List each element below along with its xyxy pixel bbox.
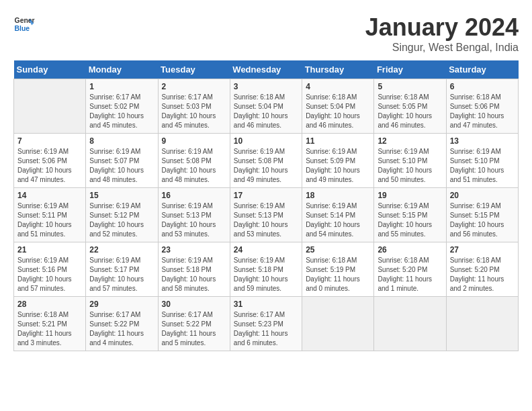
- header-cell-wednesday: Wednesday: [230, 60, 302, 79]
- calendar-cell: 14Sunrise: 6:19 AM Sunset: 5:11 PM Dayli…: [14, 188, 86, 242]
- calendar-cell: 16Sunrise: 6:19 AM Sunset: 5:13 PM Dayli…: [158, 188, 230, 242]
- calendar-cell: 30Sunrise: 6:17 AM Sunset: 5:22 PM Dayli…: [158, 297, 230, 351]
- day-number: 25: [306, 245, 370, 255]
- day-info: Sunrise: 6:19 AM Sunset: 5:12 PM Dayligh…: [89, 201, 154, 239]
- day-info: Sunrise: 6:19 AM Sunset: 5:17 PM Dayligh…: [89, 256, 154, 293]
- day-info: Sunrise: 6:19 AM Sunset: 5:06 PM Dayligh…: [17, 147, 82, 185]
- calendar-cell: 13Sunrise: 6:19 AM Sunset: 5:10 PM Dayli…: [446, 134, 518, 188]
- calendar-cell: 4Sunrise: 6:18 AM Sunset: 5:04 PM Daylig…: [302, 79, 374, 134]
- calendar-cell: 11Sunrise: 6:19 AM Sunset: 5:09 PM Dayli…: [302, 134, 374, 188]
- logo-icon: General Blue: [13, 13, 35, 35]
- day-info: Sunrise: 6:19 AM Sunset: 5:08 PM Dayligh…: [234, 147, 298, 185]
- day-info: Sunrise: 6:19 AM Sunset: 5:13 PM Dayligh…: [162, 201, 226, 239]
- day-number: 1: [89, 82, 154, 91]
- day-number: 28: [17, 300, 82, 309]
- day-number: 5: [378, 82, 442, 91]
- header-cell-thursday: Thursday: [302, 60, 374, 79]
- day-number: 7: [17, 136, 82, 146]
- day-info: Sunrise: 6:18 AM Sunset: 5:21 PM Dayligh…: [17, 310, 82, 348]
- day-info: Sunrise: 6:18 AM Sunset: 5:19 PM Dayligh…: [306, 256, 370, 293]
- week-row-5: 28Sunrise: 6:18 AM Sunset: 5:21 PM Dayli…: [14, 297, 519, 351]
- week-row-4: 21Sunrise: 6:19 AM Sunset: 5:16 PM Dayli…: [14, 242, 519, 297]
- day-info: Sunrise: 6:19 AM Sunset: 5:14 PM Dayligh…: [306, 201, 370, 239]
- calendar-cell: 2Sunrise: 6:17 AM Sunset: 5:03 PM Daylig…: [158, 79, 230, 134]
- day-number: 16: [162, 191, 226, 200]
- title-area: January 2024 Singur, West Bengal, India: [365, 13, 519, 54]
- day-number: 20: [450, 191, 515, 200]
- day-info: Sunrise: 6:19 AM Sunset: 5:11 PM Dayligh…: [17, 201, 82, 239]
- day-number: 26: [378, 245, 442, 255]
- calendar-cell: 27Sunrise: 6:18 AM Sunset: 5:20 PM Dayli…: [446, 242, 518, 297]
- calendar-table: SundayMondayTuesdayWednesdayThursdayFrid…: [13, 60, 519, 351]
- week-row-1: 1Sunrise: 6:17 AM Sunset: 5:02 PM Daylig…: [14, 79, 519, 134]
- day-info: Sunrise: 6:19 AM Sunset: 5:10 PM Dayligh…: [378, 147, 442, 185]
- day-number: 14: [17, 191, 82, 200]
- day-number: 22: [89, 245, 154, 255]
- day-info: Sunrise: 6:19 AM Sunset: 5:13 PM Dayligh…: [234, 201, 298, 239]
- day-number: 23: [162, 245, 226, 255]
- calendar-cell: 5Sunrise: 6:18 AM Sunset: 5:05 PM Daylig…: [374, 79, 446, 134]
- calendar-cell: 22Sunrise: 6:19 AM Sunset: 5:17 PM Dayli…: [86, 242, 158, 297]
- day-info: Sunrise: 6:19 AM Sunset: 5:07 PM Dayligh…: [89, 147, 154, 185]
- day-info: Sunrise: 6:19 AM Sunset: 5:15 PM Dayligh…: [450, 201, 515, 239]
- page-subtitle: Singur, West Bengal, India: [365, 42, 519, 54]
- day-info: Sunrise: 6:17 AM Sunset: 5:02 PM Dayligh…: [89, 93, 154, 130]
- calendar-cell: 3Sunrise: 6:18 AM Sunset: 5:04 PM Daylig…: [230, 79, 302, 134]
- calendar-cell: 7Sunrise: 6:19 AM Sunset: 5:06 PM Daylig…: [14, 134, 86, 188]
- calendar-cell: 21Sunrise: 6:19 AM Sunset: 5:16 PM Dayli…: [14, 242, 86, 297]
- day-number: 24: [234, 245, 298, 255]
- calendar-cell: 8Sunrise: 6:19 AM Sunset: 5:07 PM Daylig…: [86, 134, 158, 188]
- calendar-cell: 1Sunrise: 6:17 AM Sunset: 5:02 PM Daylig…: [86, 79, 158, 134]
- day-number: 2: [162, 82, 226, 91]
- day-info: Sunrise: 6:17 AM Sunset: 5:23 PM Dayligh…: [234, 310, 298, 348]
- header-cell-tuesday: Tuesday: [158, 60, 230, 79]
- calendar-cell: 9Sunrise: 6:19 AM Sunset: 5:08 PM Daylig…: [158, 134, 230, 188]
- svg-text:Blue: Blue: [15, 25, 30, 32]
- day-info: Sunrise: 6:18 AM Sunset: 5:20 PM Dayligh…: [450, 256, 515, 293]
- day-number: 4: [306, 82, 370, 91]
- calendar-cell: 25Sunrise: 6:18 AM Sunset: 5:19 PM Dayli…: [302, 242, 374, 297]
- day-info: Sunrise: 6:18 AM Sunset: 5:05 PM Dayligh…: [378, 93, 442, 130]
- day-info: Sunrise: 6:19 AM Sunset: 5:18 PM Dayligh…: [162, 256, 226, 293]
- day-number: 29: [89, 300, 154, 309]
- calendar-cell: 31Sunrise: 6:17 AM Sunset: 5:23 PM Dayli…: [230, 297, 302, 351]
- calendar-cell: [374, 297, 446, 351]
- calendar-cell: 28Sunrise: 6:18 AM Sunset: 5:21 PM Dayli…: [14, 297, 86, 351]
- calendar-cell: 19Sunrise: 6:19 AM Sunset: 5:15 PM Dayli…: [374, 188, 446, 242]
- page-title: January 2024: [365, 13, 519, 42]
- day-number: 11: [306, 136, 370, 146]
- day-info: Sunrise: 6:17 AM Sunset: 5:03 PM Dayligh…: [162, 93, 226, 130]
- day-number: 21: [17, 245, 82, 255]
- header-cell-friday: Friday: [374, 60, 446, 79]
- day-number: 30: [162, 300, 226, 309]
- header-row: SundayMondayTuesdayWednesdayThursdayFrid…: [14, 60, 519, 79]
- day-number: 12: [378, 136, 442, 146]
- calendar-cell: 24Sunrise: 6:19 AM Sunset: 5:18 PM Dayli…: [230, 242, 302, 297]
- header-cell-monday: Monday: [86, 60, 158, 79]
- calendar-cell: 6Sunrise: 6:18 AM Sunset: 5:06 PM Daylig…: [446, 79, 518, 134]
- calendar-cell: 15Sunrise: 6:19 AM Sunset: 5:12 PM Dayli…: [86, 188, 158, 242]
- day-number: 8: [89, 136, 154, 146]
- day-info: Sunrise: 6:18 AM Sunset: 5:04 PM Dayligh…: [306, 93, 370, 130]
- day-info: Sunrise: 6:19 AM Sunset: 5:16 PM Dayligh…: [17, 256, 82, 293]
- calendar-cell: 23Sunrise: 6:19 AM Sunset: 5:18 PM Dayli…: [158, 242, 230, 297]
- day-info: Sunrise: 6:19 AM Sunset: 5:08 PM Dayligh…: [162, 147, 226, 185]
- header-cell-sunday: Sunday: [14, 60, 86, 79]
- day-number: 3: [234, 82, 298, 91]
- day-number: 9: [162, 136, 226, 146]
- day-info: Sunrise: 6:18 AM Sunset: 5:20 PM Dayligh…: [378, 256, 442, 293]
- day-number: 31: [234, 300, 298, 309]
- day-number: 10: [234, 136, 298, 146]
- day-number: 15: [89, 191, 154, 200]
- week-row-2: 7Sunrise: 6:19 AM Sunset: 5:06 PM Daylig…: [14, 134, 519, 188]
- calendar-cell: 12Sunrise: 6:19 AM Sunset: 5:10 PM Dayli…: [374, 134, 446, 188]
- calendar-cell: 18Sunrise: 6:19 AM Sunset: 5:14 PM Dayli…: [302, 188, 374, 242]
- calendar-cell: 10Sunrise: 6:19 AM Sunset: 5:08 PM Dayli…: [230, 134, 302, 188]
- calendar-cell: [302, 297, 374, 351]
- day-number: 27: [450, 245, 515, 255]
- calendar-cell: 20Sunrise: 6:19 AM Sunset: 5:15 PM Dayli…: [446, 188, 518, 242]
- day-info: Sunrise: 6:18 AM Sunset: 5:04 PM Dayligh…: [234, 93, 298, 130]
- calendar-cell: 17Sunrise: 6:19 AM Sunset: 5:13 PM Dayli…: [230, 188, 302, 242]
- day-info: Sunrise: 6:19 AM Sunset: 5:10 PM Dayligh…: [450, 147, 515, 185]
- header-cell-saturday: Saturday: [446, 60, 518, 79]
